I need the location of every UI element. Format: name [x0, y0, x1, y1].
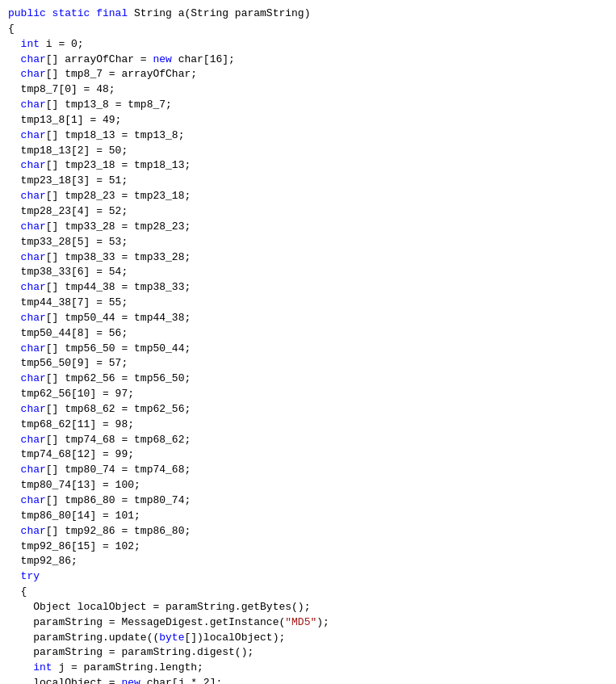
code-line: char[] tmp44_38 = tmp38_33;	[8, 280, 608, 296]
code-token: tmp23_18[3] = 51;	[8, 174, 128, 187]
code-token: try	[8, 570, 40, 582]
code-token: paramString = paramString.digest();	[8, 646, 254, 658]
code-line: char[] tmp23_18 = tmp18_13;	[8, 158, 608, 174]
code-token: {	[8, 23, 15, 35]
code-line: char[] tmp38_33 = tmp33_28;	[8, 250, 608, 266]
code-token: char	[8, 342, 46, 355]
code-token: char	[8, 464, 46, 476]
code-token: Object localObject = paramString.getByte…	[8, 601, 310, 613]
code-line: tmp56_50[9] = 57;	[8, 356, 608, 371]
code-line: tmp38_33[6] = 54;	[8, 265, 608, 280]
code-token: [])localObject);	[184, 632, 285, 644]
code-token: [] tmp33_28 = tmp28_23;	[46, 220, 191, 233]
code-token: char	[8, 190, 46, 202]
code-line: tmp18_13[2] = 50;	[8, 144, 608, 159]
code-token: tmp8_7[0] = 48;	[8, 83, 115, 95]
code-line: char[] tmp92_86 = tmp86_80;	[8, 524, 608, 539]
code-token: [] tmp86_80 = tmp80_74;	[46, 494, 191, 506]
code-token: String a(String paramString)	[134, 7, 310, 19]
code-line: public static final String a(String para…	[8, 6, 608, 22]
code-token: [] tmp44_38 = tmp38_33;	[46, 281, 191, 293]
code-line: char[] tmp18_13 = tmp13_8;	[8, 128, 608, 144]
code-line: tmp74_68[12] = 99;	[8, 447, 608, 463]
code-line: char[] tmp74_68 = tmp68_62;	[8, 433, 608, 448]
code-token: int	[8, 38, 40, 50]
code-token: [] tmp38_33 = tmp33_28;	[46, 251, 191, 263]
code-line: char[] tmp80_74 = tmp74_68;	[8, 463, 608, 478]
code-line: tmp86_80[14] = 101;	[8, 509, 608, 524]
code-token: tmp33_28[5] = 53;	[8, 236, 128, 248]
code-token: char	[8, 68, 46, 80]
code-token: [] arrayOfChar =	[46, 53, 153, 65]
code-token: char	[8, 525, 46, 537]
code-line: paramString.update((byte[])localObject);	[8, 631, 608, 646]
code-token: tmp74_68[12] = 99;	[8, 448, 134, 460]
code-token: tmp13_8[1] = 49;	[8, 114, 121, 126]
code-line: int i = 0;	[8, 37, 608, 52]
code-line: tmp8_7[0] = 48;	[8, 82, 608, 98]
code-token: char	[8, 159, 46, 171]
code-line: localObject = new char[j * 2];	[8, 676, 608, 684]
code-container: public static final String a(String para…	[0, 0, 616, 684]
code-line: char[] tmp28_23 = tmp23_18;	[8, 189, 608, 204]
code-token: "MD5"	[285, 616, 316, 628]
code-token: [] tmp23_18 = tmp18_13;	[46, 159, 191, 171]
code-line: char[] arrayOfChar = new char[16];	[8, 52, 608, 68]
code-line: tmp50_44[8] = 56;	[8, 326, 608, 342]
code-line: Object localObject = paramString.getByte…	[8, 600, 608, 615]
code-token: public static final	[8, 7, 134, 19]
code-token: [] tmp50_44 = tmp44_38;	[46, 312, 191, 324]
code-token: tmp68_62[11] = 98;	[8, 418, 134, 430]
code-line: tmp28_23[4] = 52;	[8, 204, 608, 220]
code-token: byte	[159, 632, 184, 644]
code-token: tmp50_44[8] = 56;	[8, 327, 128, 339]
code-token: tmp56_50[9] = 57;	[8, 357, 128, 369]
code-token: [] tmp80_74 = tmp74_68;	[46, 464, 191, 476]
code-token: j = paramString.length;	[52, 661, 203, 674]
code-token: );	[316, 616, 329, 628]
code-line: char[] tmp50_44 = tmp44_38;	[8, 311, 608, 326]
code-token: tmp28_23[4] = 52;	[8, 205, 128, 217]
code-token: i = 0;	[40, 38, 84, 50]
code-token: new	[121, 677, 140, 684]
code-line: char[] tmp68_62 = tmp62_56;	[8, 402, 608, 418]
code-token: paramString.update((	[8, 632, 159, 644]
code-token: new	[153, 53, 171, 65]
code-token: char	[8, 99, 46, 111]
code-line: char[] tmp86_80 = tmp80_74;	[8, 493, 608, 509]
code-token: tmp44_38[7] = 55;	[8, 296, 128, 308]
code-block: public static final String a(String para…	[8, 6, 608, 684]
code-line: tmp44_38[7] = 55;	[8, 296, 608, 311]
code-token: char	[8, 281, 46, 293]
code-token: [] tmp28_23 = tmp23_18;	[46, 190, 191, 202]
code-token: char[16];	[172, 53, 235, 65]
code-line: try	[8, 569, 608, 585]
code-line: tmp13_8[1] = 49;	[8, 113, 608, 128]
code-token: [] tmp68_62 = tmp62_56;	[46, 403, 191, 415]
code-token: tmp86_80[14] = 101;	[8, 510, 140, 522]
code-line: paramString = paramString.digest();	[8, 645, 608, 661]
code-line: tmp80_74[13] = 100;	[8, 478, 608, 493]
code-token: int	[8, 661, 52, 674]
code-line: {	[8, 585, 608, 600]
code-token: tmp38_33[6] = 54;	[8, 266, 128, 278]
code-token: char	[8, 251, 46, 263]
code-token: char	[8, 403, 46, 415]
code-line: char[] tmp56_50 = tmp50_44;	[8, 342, 608, 357]
code-token: tmp18_13[2] = 50;	[8, 145, 128, 157]
code-line: char[] tmp33_28 = tmp28_23;	[8, 220, 608, 235]
code-line: tmp62_56[10] = 97;	[8, 387, 608, 402]
code-line: tmp23_18[3] = 51;	[8, 174, 608, 189]
code-line: paramString = MessageDigest.getInstance(…	[8, 615, 608, 631]
code-token: paramString = MessageDigest.getInstance(	[8, 616, 285, 628]
code-token: char	[8, 434, 46, 446]
code-token: tmp92_86;	[8, 555, 78, 567]
code-token: char	[8, 494, 46, 506]
code-token: tmp62_56[10] = 97;	[8, 388, 134, 400]
code-token: {	[8, 585, 27, 598]
code-line: tmp92_86[15] = 102;	[8, 539, 608, 555]
code-token: tmp92_86[15] = 102;	[8, 540, 140, 552]
code-line: tmp92_86;	[8, 554, 608, 569]
code-token: [] tmp56_50 = tmp50_44;	[46, 342, 191, 355]
code-token: [] tmp62_56 = tmp56_50;	[46, 372, 191, 384]
